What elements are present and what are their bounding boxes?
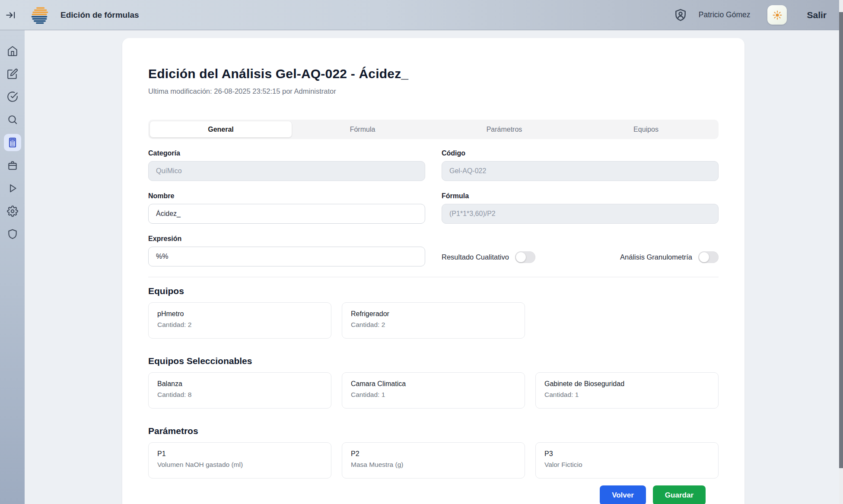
switch-knob — [699, 252, 709, 262]
resultado-cualitativo-label: Resultado Cualitativo — [442, 253, 509, 261]
sidebar-item-run[interactable] — [4, 180, 21, 197]
check-circle-icon — [7, 91, 18, 102]
parameter-card: P2 Masa Muestra (g) — [342, 442, 525, 479]
switch-knob — [516, 252, 526, 262]
company-logo — [30, 6, 48, 24]
sidebar-item-inventory[interactable] — [4, 157, 21, 174]
toggle-resultado-cualitativo: Resultado Cualitativo — [442, 251, 535, 263]
home-icon — [7, 45, 18, 57]
box-icon — [7, 160, 18, 171]
tab-equipos[interactable]: Equipos — [575, 121, 717, 137]
sidebar-item-security[interactable] — [4, 225, 21, 243]
last-modified-text: Ultima modificación: 26-08-2025 23:52:15… — [148, 87, 719, 95]
user-name[interactable]: Patricio Gómez — [699, 10, 751, 19]
equipment-quantity: Cantidad: 8 — [157, 391, 322, 399]
selectable-equipment-card[interactable]: Gabinete de Bioseguridad Cantidad: 1 — [535, 372, 719, 409]
calculator-icon — [7, 137, 18, 148]
play-icon — [7, 183, 18, 194]
categoria-label: Categoría — [148, 149, 425, 157]
equipment-quantity: Cantidad: 2 — [157, 321, 322, 329]
equipment-quantity: Cantidad: 1 — [351, 391, 516, 399]
app-title: Edición de fórmulas — [60, 10, 139, 20]
section-divider — [148, 277, 719, 277]
toggle-analisis-granulometria: Análisis Granulometría — [620, 251, 719, 263]
analisis-granulometria-label: Análisis Granulometría — [620, 253, 692, 261]
edit-icon — [7, 68, 18, 79]
equipos-section-title: Equipos — [148, 286, 719, 296]
expresion-input[interactable] — [148, 247, 425, 266]
gear-icon — [7, 206, 18, 217]
equipment-card: pHmetro Cantidad: 2 — [148, 302, 331, 339]
equipos-seleccionables-section-title: Equipos Seleccionables — [148, 356, 719, 366]
codigo-input — [442, 161, 719, 181]
logout-button[interactable]: Salir — [807, 10, 827, 20]
sidebar-item-formulas[interactable] — [4, 134, 21, 151]
equipment-name: Refrigerador — [351, 310, 516, 318]
save-button[interactable]: Guardar — [653, 485, 706, 504]
tab-parametros[interactable]: Parámetros — [433, 121, 575, 137]
field-categoria: Categoría — [148, 149, 425, 181]
search-icon — [7, 114, 18, 125]
nombre-label: Nombre — [148, 192, 425, 200]
shield-icon — [7, 228, 18, 240]
nombre-input[interactable] — [148, 204, 425, 224]
parametros-section-title: Parámetros — [148, 426, 719, 436]
equipment-card: Refrigerador Cantidad: 2 — [342, 302, 525, 339]
main-content: Edición del Análisis Gel-AQ-022 - Ácidez… — [25, 30, 843, 504]
parameter-name: P3 — [544, 450, 709, 458]
formula-input — [442, 204, 719, 224]
sidebar-item-edit[interactable] — [4, 65, 21, 82]
scrollbar-thumb[interactable] — [839, 12, 843, 468]
parameter-card: P1 Volumen NaOH gastado (ml) — [148, 442, 331, 479]
field-expresion: Expresión — [148, 235, 425, 266]
theme-toggle-button[interactable] — [767, 5, 787, 25]
parameter-description: Volumen NaOH gastado (ml) — [157, 461, 322, 469]
tab-general[interactable]: General — [150, 121, 292, 137]
equipment-name: pHmetro — [157, 310, 322, 318]
field-codigo: Código — [442, 149, 719, 181]
parameter-name: P2 — [351, 450, 516, 458]
field-formula: Fórmula — [442, 192, 719, 224]
tab-bar: General Fórmula Parámetros Equipos — [148, 120, 719, 139]
selectable-equipment-card[interactable]: Camara Climatica Cantidad: 1 — [342, 372, 525, 409]
page-title: Edición del Análisis Gel-AQ-022 - Ácidez… — [148, 67, 719, 81]
collapse-arrow-icon — [5, 10, 16, 21]
shield-user-icon — [674, 8, 687, 22]
parameter-description: Masa Muestra (g) — [351, 461, 516, 469]
categoria-input — [148, 161, 425, 181]
sidebar-item-search[interactable] — [4, 111, 21, 128]
equipment-name: Camara Climatica — [351, 380, 516, 388]
analisis-granulometria-switch[interactable] — [698, 251, 719, 263]
sidebar — [0, 30, 25, 504]
equipment-quantity: Cantidad: 2 — [351, 321, 516, 329]
sidebar-item-settings[interactable] — [4, 203, 21, 220]
sidebar-item-tasks[interactable] — [4, 88, 21, 105]
tab-formula[interactable]: Fórmula — [292, 121, 433, 137]
parameter-name: P1 — [157, 450, 322, 458]
sidebar-item-home[interactable] — [4, 42, 21, 60]
equipment-name: Balanza — [157, 380, 322, 388]
analysis-edit-card: Edición del Análisis Gel-AQ-022 - Ácidez… — [122, 38, 744, 504]
back-button[interactable]: Volver — [600, 485, 646, 504]
codigo-label: Código — [442, 149, 719, 157]
topbar: Edición de fórmulas Patricio Gómez Salir — [0, 0, 843, 30]
formula-label: Fórmula — [442, 192, 719, 200]
toggles-row: Resultado Cualitativo Análisis Granulome… — [442, 235, 719, 266]
expresion-label: Expresión — [148, 235, 425, 243]
resultado-cualitativo-switch[interactable] — [515, 251, 535, 263]
parameter-card: P3 Valor Ficticio — [535, 442, 719, 479]
equipment-name: Gabinete de Bioseguridad — [544, 380, 709, 388]
window-scrollbar — [839, 0, 843, 504]
sidebar-collapse-button[interactable] — [3, 8, 18, 22]
field-nombre: Nombre — [148, 192, 425, 224]
sun-icon — [772, 10, 783, 20]
selectable-equipment-card[interactable]: Balanza Cantidad: 8 — [148, 372, 331, 409]
parameter-description: Valor Ficticio — [544, 461, 709, 469]
equipment-quantity: Cantidad: 1 — [544, 391, 709, 399]
